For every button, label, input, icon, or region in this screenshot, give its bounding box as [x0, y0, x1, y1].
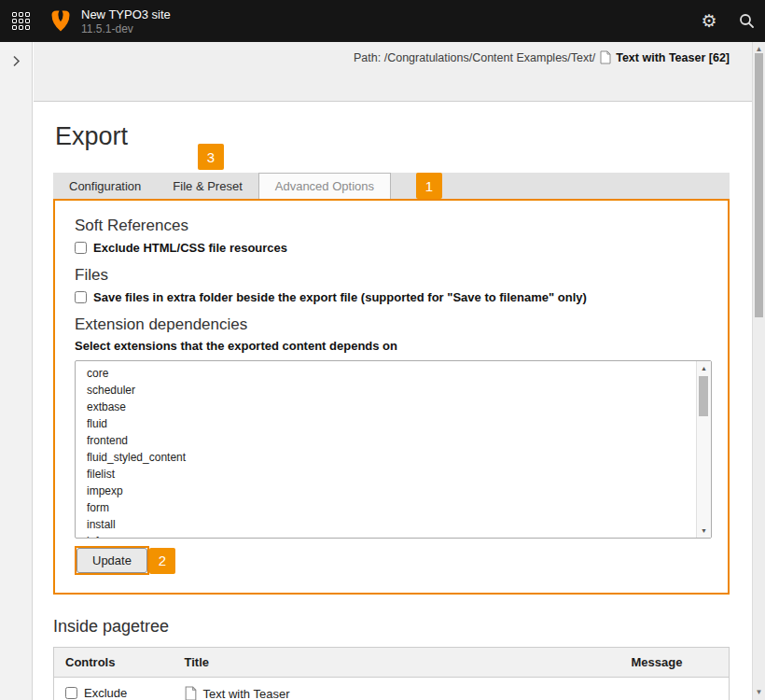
extensions-select-label: Select extensions that the exported cont… [75, 339, 728, 353]
annotation-mark-1: 1 [416, 173, 442, 199]
extension-option[interactable]: frontend [76, 432, 711, 449]
advanced-options-panel: Soft References Exclude HTML/CSS file re… [53, 199, 730, 595]
extension-option[interactable]: info [76, 533, 711, 539]
search-icon [739, 13, 755, 29]
exclude-htmlcss-row: Exclude HTML/CSS file resources [75, 240, 728, 255]
page-title: Export [55, 123, 730, 149]
workspace: ▲ ▼ Path: /Congratulations/Content Examp… [0, 42, 765, 700]
content-element-icon [185, 686, 197, 700]
pagetree-table: Controls Title Message Exclude [53, 647, 730, 700]
annotation-mark-3: 3 [198, 144, 224, 170]
module-content: Export 3 Configuration File & Preset Adv… [34, 103, 752, 700]
extension-option[interactable]: install [76, 516, 711, 533]
main-vertical-scrollbar[interactable]: ▲ ▼ [752, 42, 765, 700]
save-files-extra-folder-row: Save files in extra folder beside the ex… [75, 289, 728, 304]
extensions-multiselect[interactable]: core scheduler extbase fluid frontend fl… [75, 360, 712, 539]
exclude-record-checkbox[interactable] [65, 687, 77, 699]
typo3-logo-icon[interactable] [49, 9, 72, 33]
extension-option[interactable]: fluid [76, 415, 711, 432]
gear-icon: ⚙ [701, 12, 716, 30]
tab-configuration[interactable]: Configuration [53, 173, 157, 199]
path-label: Path: /Congratulations/Content Examples/… [354, 51, 595, 64]
site-version: 11.5.1-dev [81, 23, 171, 35]
message-column-header: Message [620, 648, 730, 678]
breadcrumb: Path: /Congratulations/Content Examples/… [354, 50, 730, 64]
export-tabs: Configuration File & Preset Advanced Opt… [53, 173, 730, 199]
page-icon [600, 50, 611, 64]
expand-navigation-button[interactable] [0, 48, 33, 74]
modules-menu-button[interactable] [0, 0, 42, 42]
listbox-scrollbar-thumb[interactable] [699, 376, 708, 416]
extension-dependencies-heading: Extension dependencies [75, 315, 728, 334]
record-title: Text with Teaser [62] [616, 51, 730, 64]
record-row-message [620, 678, 730, 700]
extension-option[interactable]: core [76, 365, 711, 382]
title-column-header: Title [174, 648, 620, 678]
listbox-scroll-up-icon[interactable]: ▲ [697, 364, 711, 372]
docheader: Path: /Congratulations/Content Examples/… [34, 42, 752, 102]
extension-option[interactable]: form [76, 499, 711, 516]
inside-pagetree-heading: Inside pagetree [53, 616, 730, 637]
files-heading: Files [75, 266, 728, 285]
update-button-highlight: Update [75, 546, 149, 575]
save-files-extra-folder-checkbox[interactable] [75, 291, 87, 303]
scroll-down-arrow-icon[interactable]: ▼ [753, 688, 765, 697]
extension-option[interactable]: filelist [76, 466, 711, 483]
chevron-right-icon [12, 55, 21, 67]
extension-option[interactable]: fluid_styled_content [76, 449, 711, 466]
save-files-extra-folder-label: Save files in extra folder beside the ex… [93, 290, 587, 304]
table-header-row: Controls Title Message [54, 648, 730, 678]
tab-advanced-options[interactable]: Advanced Options [258, 173, 391, 199]
exclude-record-label: Exclude [84, 686, 127, 700]
main-scrollbar-thumb[interactable] [755, 53, 763, 317]
navigation-rail [0, 42, 33, 700]
listbox-scroll-down-icon[interactable]: ▼ [697, 526, 711, 535]
site-info: New TYPO3 site 11.5.1-dev [81, 8, 171, 35]
grid-icon [12, 12, 30, 30]
settings-button[interactable]: ⚙ [690, 0, 728, 42]
site-title: New TYPO3 site [81, 8, 171, 21]
listbox-scrollbar[interactable]: ▲ ▼ [696, 361, 711, 538]
exclude-htmlcss-label: Exclude HTML/CSS file resources [93, 241, 287, 255]
exclude-record-row: Exclude [65, 686, 162, 700]
extension-option[interactable]: impexp [76, 483, 711, 499]
tab-file-and-preset[interactable]: File & Preset [157, 173, 257, 199]
update-button[interactable]: Update [76, 548, 147, 573]
extension-option[interactable]: scheduler [76, 382, 711, 399]
annotation-mark-2: 2 [149, 548, 175, 574]
table-row: Exclude Text with Teaser [54, 678, 730, 700]
record-row-title: Text with Teaser [203, 687, 290, 700]
extension-option[interactable]: extbase [76, 399, 711, 415]
controls-column-header: Controls [54, 648, 174, 678]
soft-references-heading: Soft References [75, 217, 728, 235]
topbar: New TYPO3 site 11.5.1-dev ⚙ [0, 0, 765, 42]
exclude-htmlcss-checkbox[interactable] [75, 242, 87, 254]
search-button[interactable] [728, 0, 765, 42]
